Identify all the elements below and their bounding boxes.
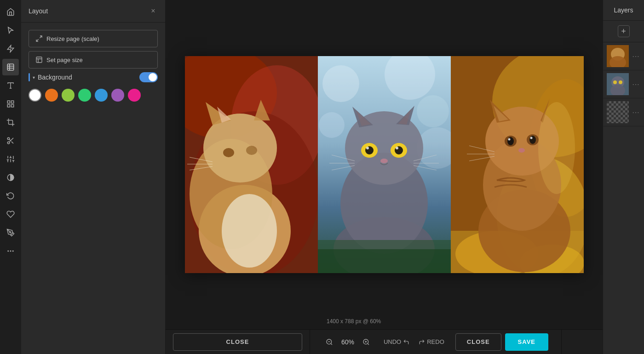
rotate-icon[interactable] (2, 188, 19, 204)
text-icon[interactable] (2, 77, 19, 94)
layer-menu-icon-3[interactable]: ⋯ (631, 107, 640, 118)
main-content: 1400 x 788 px @ 60% CLOSE 60% (166, 0, 603, 354)
color-swatch-white[interactable] (29, 89, 41, 102)
background-toggle[interactable] (139, 72, 158, 82)
layers-icon[interactable] (2, 59, 19, 75)
svg-point-53 (319, 112, 345, 138)
right-action-buttons: CLOSE SAVE (455, 333, 548, 351)
svg-rect-32 (36, 57, 42, 63)
add-layer-button[interactable]: + (618, 25, 630, 37)
svg-point-57 (345, 111, 423, 185)
undo-label: UNDO (384, 338, 401, 345)
layer-item-1[interactable]: ⋯ (603, 42, 644, 70)
svg-point-92 (507, 137, 514, 145)
color-swatch-purple[interactable] (111, 89, 124, 102)
svg-point-94 (508, 138, 510, 141)
background-header: ▾ Background (29, 72, 158, 82)
left-toolbar (0, 0, 21, 354)
panel-title: Layout (29, 7, 48, 15)
layout-panel: Layout × Resize page (scale) Set page si… (21, 0, 166, 354)
panel-content: Resize page (scale) Set page size ▾ Back… (21, 23, 165, 354)
layers-panel-header: Layers (603, 0, 644, 21)
svg-rect-10 (7, 105, 10, 107)
svg-line-105 (368, 343, 369, 345)
layer-item-2[interactable]: ⋯ (603, 70, 644, 98)
svg-line-15 (9, 139, 11, 141)
flash-icon[interactable] (2, 40, 19, 57)
svg-point-11 (7, 137, 10, 140)
svg-point-50 (322, 65, 359, 102)
svg-point-95 (530, 137, 532, 139)
adjust-icon[interactable] (2, 151, 19, 167)
layers-panel-title: Layers (614, 6, 633, 14)
close-button-right[interactable]: CLOSE (455, 333, 501, 351)
save-button[interactable]: SAVE (505, 333, 548, 351)
bottom-right (561, 330, 603, 354)
cut-icon[interactable] (2, 132, 19, 149)
color-swatch-green-light[interactable] (62, 89, 75, 102)
svg-point-28 (10, 251, 12, 252)
color-swatch-blue[interactable] (95, 89, 108, 102)
svg-point-26 (10, 232, 11, 233)
layer-thumbnail-1 (607, 45, 629, 67)
bottom-center: 60% UNDO (310, 330, 561, 354)
eyedrop-icon[interactable] (2, 206, 19, 223)
svg-point-100 (538, 102, 575, 194)
zoom-value: 60% (339, 338, 356, 346)
color-swatch-orange[interactable] (45, 89, 58, 102)
svg-point-66 (366, 147, 369, 149)
zoom-out-button[interactable] (323, 336, 336, 348)
svg-point-93 (529, 136, 536, 144)
cat-image-3 (451, 56, 584, 273)
svg-line-102 (331, 343, 332, 345)
toggle-knob (149, 73, 157, 81)
layer-thumbnail-2 (607, 73, 629, 95)
pen-icon[interactable] (2, 224, 19, 241)
svg-rect-8 (12, 101, 14, 103)
svg-point-115 (619, 80, 622, 84)
undo-button[interactable]: UNDO (380, 337, 413, 347)
svg-point-45 (222, 194, 277, 268)
svg-line-31 (36, 39, 39, 41)
color-swatch-pink[interactable] (128, 89, 141, 102)
select-icon[interactable] (2, 22, 19, 39)
svg-marker-0 (7, 46, 14, 52)
svg-point-44 (246, 146, 257, 155)
panel-close-button[interactable]: × (149, 6, 158, 16)
more-icon[interactable] (2, 243, 19, 259)
close-button-left[interactable]: CLOSE (173, 333, 302, 351)
svg-point-68 (380, 159, 388, 163)
redo-button[interactable]: REDO (415, 337, 448, 347)
svg-rect-76 (318, 249, 451, 273)
svg-point-52 (417, 95, 449, 127)
layer-item-3[interactable]: ⋯ (603, 98, 644, 126)
set-page-size-button[interactable]: Set page size (29, 51, 158, 69)
resize-page-button[interactable]: Resize page (scale) (29, 30, 158, 47)
background-label: Background (38, 74, 72, 81)
background-title-row: ▾ Background (29, 73, 72, 81)
svg-line-14 (12, 142, 13, 143)
zoom-in-button[interactable] (360, 336, 373, 348)
svg-point-27 (7, 251, 9, 252)
svg-point-96 (518, 148, 525, 153)
layer-menu-icon-2[interactable]: ⋯ (631, 79, 640, 90)
panel-header: Layout × (21, 0, 165, 23)
home-icon[interactable] (2, 4, 19, 20)
pattern-icon[interactable] (2, 96, 19, 112)
chevron-down-icon[interactable]: ▾ (33, 75, 35, 80)
background-section: ▾ Background (29, 72, 158, 102)
svg-line-30 (40, 36, 42, 38)
bottom-bar: CLOSE 60% (166, 329, 603, 354)
canvas-wrapper[interactable]: 1400 x 788 px @ 60% (166, 0, 603, 329)
contrast-icon[interactable] (2, 169, 19, 186)
color-swatch-green[interactable] (78, 89, 91, 102)
set-page-size-label: Set page size (46, 57, 83, 63)
layer-menu-icon-1[interactable]: ⋯ (631, 51, 640, 62)
svg-point-114 (613, 80, 617, 84)
svg-rect-9 (12, 105, 14, 107)
svg-point-43 (223, 148, 234, 157)
bottom-left: CLOSE (166, 330, 310, 354)
crop-icon[interactable] (2, 114, 19, 131)
layers-add-row: + (603, 21, 644, 42)
layers-panel: Layers + ⋯ ⋯ ⋯ (603, 0, 644, 354)
